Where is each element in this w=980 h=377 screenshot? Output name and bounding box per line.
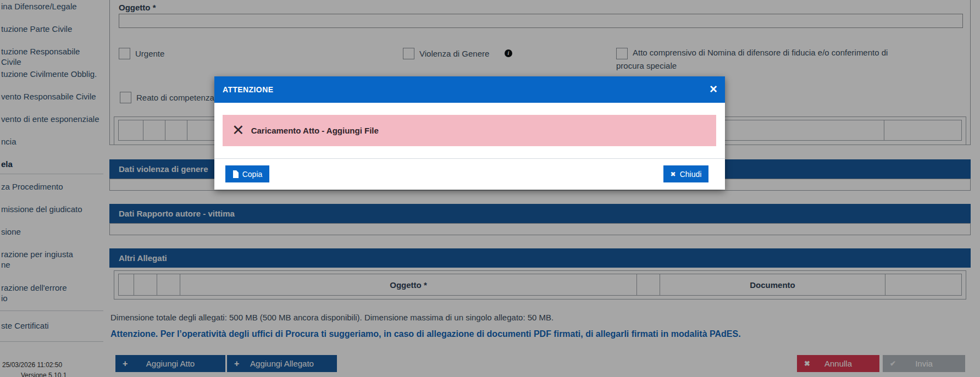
- modal-footer: Copia ✖ Chiudi: [214, 158, 725, 190]
- error-x-icon: ✕: [232, 123, 245, 138]
- copy-icon: [232, 170, 239, 178]
- chiudi-label: Chiudi: [680, 170, 702, 179]
- x-icon: ✖: [671, 170, 676, 178]
- error-message: Caricamento Atto - Aggiungi File: [251, 126, 379, 135]
- app-screen: ina Difensore/Legale tuzione Parte Civil…: [0, 0, 980, 377]
- modal-header: ATTENZIONE ×: [214, 76, 725, 103]
- copia-label: Copia: [242, 170, 263, 179]
- modal-title: ATTENZIONE: [223, 85, 273, 94]
- error-alert: ✕ Caricamento Atto - Aggiungi File: [223, 115, 716, 146]
- attenzione-modal: ATTENZIONE × ✕ Caricamento Atto - Aggiun…: [214, 76, 725, 190]
- copia-button[interactable]: Copia: [225, 165, 269, 182]
- chiudi-button[interactable]: ✖ Chiudi: [663, 165, 708, 182]
- close-icon[interactable]: ×: [710, 81, 717, 97]
